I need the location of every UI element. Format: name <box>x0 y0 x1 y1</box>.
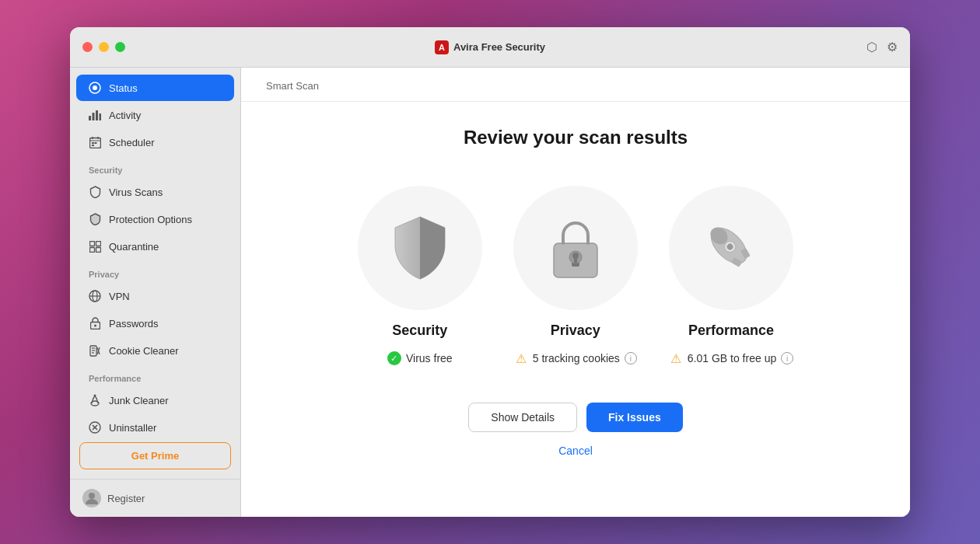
security-circle <box>358 186 482 310</box>
sidebar-section-privacy: Privacy <box>70 260 240 282</box>
sidebar-item-protection-options[interactable]: Protection Options <box>76 206 234 232</box>
scheduler-icon <box>89 136 101 148</box>
svg-rect-3 <box>93 113 95 120</box>
scan-title: Review your scan results <box>464 127 688 148</box>
privacy-status: ⚠ 5 tracking cookies i <box>514 351 637 365</box>
sidebar-label-activity: Activity <box>109 110 141 121</box>
passwords-icon <box>89 317 101 330</box>
sidebar-item-scheduler[interactable]: Scheduler <box>76 129 234 155</box>
sidebar-section-performance: Performance <box>70 364 240 386</box>
security-label: Security <box>392 323 447 339</box>
svg-point-21 <box>94 325 96 327</box>
minimize-button[interactable] <box>99 42 109 52</box>
scan-results: Security ✓ Virus free <box>358 186 793 365</box>
app-window: A Avira Free Security ⬡ ⚙ St <box>70 27 910 517</box>
sidebar-item-uninstaller[interactable]: Uninstaller <box>76 414 234 436</box>
svg-point-33 <box>89 493 95 499</box>
show-details-button[interactable]: Show Details <box>468 403 577 432</box>
junk-cleaner-icon <box>89 394 101 406</box>
main-body: Review your scan results <box>241 102 910 517</box>
warning-icon-performance: ⚠ <box>669 351 683 365</box>
quarantine-icon <box>89 240 101 253</box>
security-status: ✓ Virus free <box>387 351 453 365</box>
sidebar-section-security: Security <box>70 156 240 178</box>
svg-rect-10 <box>92 142 94 144</box>
breadcrumb: Smart Scan <box>266 80 885 101</box>
main-header: Smart Scan <box>241 68 910 102</box>
svg-rect-40 <box>574 257 577 263</box>
sidebar-item-virus-scans[interactable]: Virus Scans <box>76 179 234 205</box>
privacy-lock-icon <box>548 214 604 282</box>
action-buttons: Show Details Fix Issues <box>468 403 682 432</box>
svg-rect-5 <box>100 113 102 120</box>
svg-rect-16 <box>96 247 100 252</box>
main-content: Smart Scan Review your scan results <box>241 68 910 517</box>
settings-icon[interactable]: ⚙ <box>887 40 898 54</box>
result-card-performance: Performance ⚠ 6.01 GB to free up i <box>669 186 793 365</box>
titlebar-center: A Avira Free Security <box>435 40 545 54</box>
maximize-button[interactable] <box>115 42 125 52</box>
privacy-info-icon[interactable]: i <box>625 352 637 364</box>
titlebar-actions: ⬡ ⚙ <box>866 40 898 54</box>
vpn-icon <box>89 290 101 302</box>
warning-icon-privacy: ⚠ <box>514 351 528 365</box>
sidebar-label-uninstaller: Uninstaller <box>109 422 156 434</box>
sidebar-item-cookie-cleaner[interactable]: Cookie Cleaner <box>76 337 234 364</box>
result-card-security: Security ✓ Virus free <box>358 186 482 365</box>
security-status-text: Virus free <box>406 352 453 364</box>
protection-options-icon <box>89 213 101 225</box>
svg-rect-14 <box>96 241 100 246</box>
share-icon[interactable]: ⬡ <box>866 40 877 54</box>
uninstaller-icon <box>89 421 101 434</box>
privacy-circle <box>513 186 638 310</box>
sidebar-nav: Status Activity <box>70 68 240 436</box>
register-footer[interactable]: Register <box>70 479 240 517</box>
sidebar-item-activity[interactable]: Activity <box>76 102 234 128</box>
avira-logo: A <box>435 40 449 54</box>
performance-rocket-icon <box>700 217 762 279</box>
get-prime-button[interactable]: Get Prime <box>79 442 231 469</box>
sidebar-label-quarantine: Quarantine <box>109 241 159 253</box>
performance-circle <box>669 186 793 310</box>
sidebar-item-status[interactable]: Status <box>76 75 234 101</box>
register-avatar <box>82 489 101 507</box>
privacy-status-text: 5 tracking cookies <box>533 352 620 364</box>
sidebar-label-scheduler: Scheduler <box>109 137 155 148</box>
cancel-link[interactable]: Cancel <box>558 445 593 457</box>
content-area: Status Activity <box>70 68 910 517</box>
status-icon <box>89 82 101 94</box>
titlebar: A Avira Free Security ⬡ ⚙ <box>70 27 910 68</box>
sidebar-label-protection-options: Protection Options <box>109 214 192 225</box>
close-button[interactable] <box>82 42 93 52</box>
svg-point-1 <box>93 85 97 90</box>
result-card-privacy: Privacy ⚠ 5 tracking cookies i <box>513 186 638 365</box>
traffic-lights <box>82 42 125 52</box>
security-shield-icon <box>389 214 451 282</box>
sidebar-item-vpn[interactable]: VPN <box>76 283 234 309</box>
sidebar-label-vpn: VPN <box>109 291 130 302</box>
privacy-label: Privacy <box>551 323 600 339</box>
sidebar-item-junk-cleaner[interactable]: Junk Cleaner <box>76 387 234 413</box>
performance-info-icon[interactable]: i <box>781 352 793 364</box>
register-label: Register <box>107 493 145 504</box>
performance-label: Performance <box>688 323 774 339</box>
svg-rect-4 <box>96 110 98 120</box>
sidebar-label-status: Status <box>109 82 138 94</box>
svg-rect-11 <box>94 142 96 144</box>
sidebar-item-quarantine[interactable]: Quarantine <box>76 233 234 260</box>
svg-rect-12 <box>92 145 94 146</box>
svg-rect-15 <box>89 247 94 252</box>
sidebar-label-passwords: Passwords <box>109 318 159 330</box>
success-icon: ✓ <box>387 351 401 365</box>
sidebar-label-junk-cleaner: Junk Cleaner <box>109 395 169 406</box>
app-title: Avira Free Security <box>453 41 545 53</box>
sidebar-label-virus-scans: Virus Scans <box>109 187 163 198</box>
svg-rect-2 <box>89 116 91 120</box>
virus-scans-icon <box>89 186 101 198</box>
svg-point-29 <box>94 395 96 397</box>
sidebar-item-passwords[interactable]: Passwords <box>76 310 234 337</box>
performance-status: ⚠ 6.01 GB to free up i <box>669 351 793 365</box>
fix-issues-button[interactable]: Fix Issues <box>586 403 683 432</box>
activity-icon <box>89 109 101 121</box>
sidebar-label-cookie-cleaner: Cookie Cleaner <box>109 345 179 357</box>
